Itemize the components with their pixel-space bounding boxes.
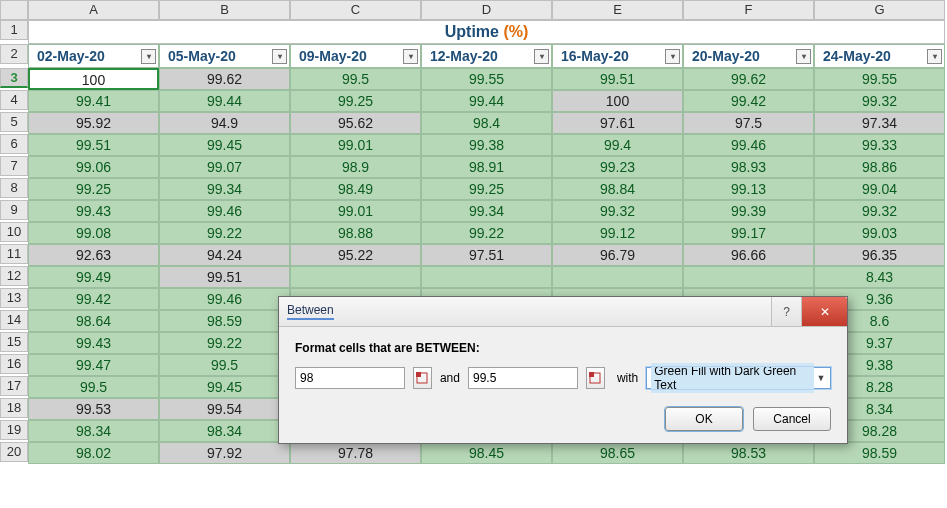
data-cell[interactable]: 99.5 — [290, 68, 421, 90]
to-value-input[interactable] — [468, 367, 578, 389]
data-cell[interactable]: 92.63 — [28, 244, 159, 266]
row-header[interactable]: 15 — [0, 332, 28, 352]
filter-button[interactable]: ▾ — [796, 49, 811, 64]
data-cell[interactable]: 95.62 — [290, 112, 421, 134]
data-cell[interactable]: 99.51 — [552, 68, 683, 90]
data-cell[interactable]: 99.43 — [28, 332, 159, 354]
data-cell[interactable]: 97.5 — [683, 112, 814, 134]
data-cell[interactable]: 98.45 — [421, 442, 552, 464]
data-cell[interactable]: 99.43 — [28, 200, 159, 222]
data-cell[interactable]: 99.22 — [159, 222, 290, 244]
row-header[interactable]: 3 — [0, 68, 28, 88]
data-cell[interactable]: 99.46 — [159, 288, 290, 310]
data-cell[interactable]: 99.39 — [683, 200, 814, 222]
data-cell[interactable]: 99.22 — [421, 222, 552, 244]
column-header[interactable]: E — [552, 0, 683, 20]
data-cell[interactable]: 99.4 — [552, 134, 683, 156]
data-cell[interactable]: 99.25 — [421, 178, 552, 200]
format-dropdown[interactable]: Green Fill with Dark Green Text ▼ — [646, 367, 831, 389]
data-cell[interactable]: 96.79 — [552, 244, 683, 266]
help-button[interactable]: ? — [771, 297, 801, 326]
row-header[interactable]: 1 — [0, 20, 28, 40]
column-header[interactable]: G — [814, 0, 945, 20]
data-cell[interactable]: 95.92 — [28, 112, 159, 134]
row-header[interactable]: 6 — [0, 134, 28, 154]
data-cell[interactable]: 99.25 — [28, 178, 159, 200]
data-cell[interactable]: 97.78 — [290, 442, 421, 464]
column-header[interactable]: A — [28, 0, 159, 20]
filter-button[interactable]: ▾ — [403, 49, 418, 64]
date-header-cell[interactable]: 02-May-20▾ — [28, 44, 159, 68]
data-cell[interactable]: 98.86 — [814, 156, 945, 178]
data-cell[interactable]: 99.12 — [552, 222, 683, 244]
row-header[interactable]: 19 — [0, 420, 28, 440]
data-cell[interactable]: 98.02 — [28, 442, 159, 464]
data-cell[interactable]: 98.9 — [290, 156, 421, 178]
data-cell[interactable]: 96.66 — [683, 244, 814, 266]
column-header[interactable]: C — [290, 0, 421, 20]
data-cell[interactable]: 99.01 — [290, 134, 421, 156]
data-cell[interactable]: 99.32 — [814, 90, 945, 112]
data-cell[interactable]: 98.65 — [552, 442, 683, 464]
data-cell[interactable]: 99.51 — [159, 266, 290, 288]
data-cell[interactable]: 97.92 — [159, 442, 290, 464]
data-cell[interactable]: 99.44 — [421, 90, 552, 112]
data-cell[interactable]: 99.38 — [421, 134, 552, 156]
data-cell[interactable]: 8.43 — [814, 266, 945, 288]
data-cell[interactable]: 99.41 — [28, 90, 159, 112]
data-cell[interactable]: 99.33 — [814, 134, 945, 156]
row-header[interactable]: 16 — [0, 354, 28, 374]
data-cell[interactable]: 98.49 — [290, 178, 421, 200]
data-cell[interactable]: 99.44 — [159, 90, 290, 112]
data-cell[interactable]: 99.34 — [421, 200, 552, 222]
data-cell[interactable]: 99.5 — [159, 354, 290, 376]
data-cell[interactable]: 99.46 — [683, 134, 814, 156]
data-cell[interactable]: 98.4 — [421, 112, 552, 134]
data-cell[interactable]: 98.59 — [814, 442, 945, 464]
data-cell[interactable]: 99.42 — [28, 288, 159, 310]
row-header[interactable]: 11 — [0, 244, 28, 264]
data-cell[interactable]: 99.5 — [28, 376, 159, 398]
data-cell[interactable]: 99.32 — [552, 200, 683, 222]
data-cell[interactable]: 98.91 — [421, 156, 552, 178]
data-cell[interactable]: 94.9 — [159, 112, 290, 134]
row-header[interactable]: 18 — [0, 398, 28, 418]
data-cell[interactable]: 99.25 — [290, 90, 421, 112]
date-header-cell[interactable]: 20-May-20▾ — [683, 44, 814, 68]
range-picker-button-2[interactable] — [586, 367, 605, 389]
column-header[interactable]: F — [683, 0, 814, 20]
filter-button[interactable]: ▾ — [927, 49, 942, 64]
data-cell[interactable]: 94.24 — [159, 244, 290, 266]
data-cell[interactable]: 98.34 — [28, 420, 159, 442]
data-cell[interactable]: 99.49 — [28, 266, 159, 288]
row-header[interactable]: 20 — [0, 442, 28, 462]
date-header-cell[interactable]: 24-May-20▾ — [814, 44, 945, 68]
column-header[interactable]: B — [159, 0, 290, 20]
data-cell[interactable]: 99.13 — [683, 178, 814, 200]
data-cell[interactable]: 99.45 — [159, 376, 290, 398]
data-cell[interactable]: 99.17 — [683, 222, 814, 244]
data-cell[interactable]: 99.01 — [290, 200, 421, 222]
data-cell[interactable] — [421, 266, 552, 288]
data-cell[interactable]: 96.35 — [814, 244, 945, 266]
date-header-cell[interactable]: 16-May-20▾ — [552, 44, 683, 68]
data-cell[interactable]: 99.53 — [28, 398, 159, 420]
data-cell[interactable]: 100 — [28, 68, 159, 90]
data-cell[interactable]: 99.03 — [814, 222, 945, 244]
range-picker-button-1[interactable] — [413, 367, 432, 389]
dialog-titlebar[interactable]: Between ? ✕ — [279, 297, 847, 327]
date-header-cell[interactable]: 05-May-20▾ — [159, 44, 290, 68]
data-cell[interactable]: 99.04 — [814, 178, 945, 200]
row-header[interactable]: 5 — [0, 112, 28, 132]
data-cell[interactable]: 99.62 — [683, 68, 814, 90]
cancel-button[interactable]: Cancel — [753, 407, 831, 431]
data-cell[interactable]: 98.59 — [159, 310, 290, 332]
filter-button[interactable]: ▾ — [141, 49, 156, 64]
data-cell[interactable]: 97.61 — [552, 112, 683, 134]
data-cell[interactable]: 99.45 — [159, 134, 290, 156]
close-button[interactable]: ✕ — [801, 297, 847, 326]
date-header-cell[interactable]: 12-May-20▾ — [421, 44, 552, 68]
row-header[interactable]: 7 — [0, 156, 28, 176]
row-header[interactable]: 12 — [0, 266, 28, 286]
row-header[interactable]: 4 — [0, 90, 28, 110]
